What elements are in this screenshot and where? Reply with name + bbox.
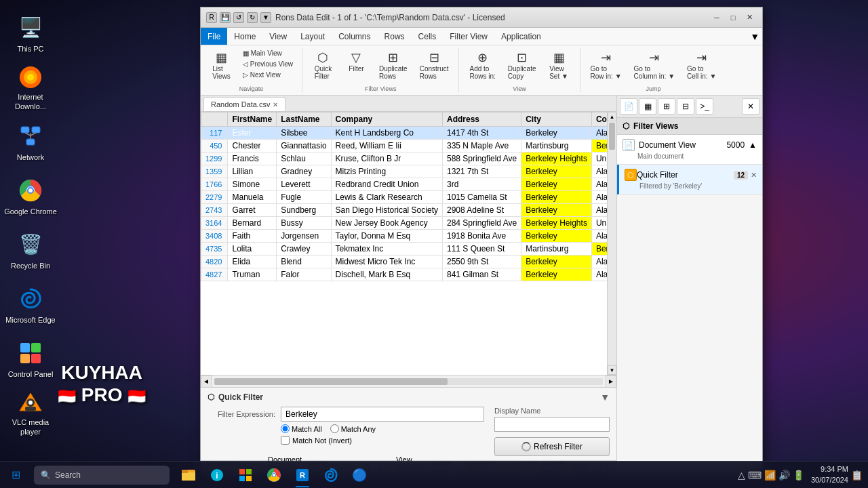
- table-row[interactable]: 1359 Lillian Gradney Mitzis Printing 132…: [201, 165, 608, 178]
- filter-expand-button[interactable]: ▼: [600, 392, 610, 403]
- maximize-button[interactable]: □: [726, 12, 741, 24]
- display-name-input[interactable]: [494, 417, 610, 432]
- table-row[interactable]: 2279 Manuela Fugle Lewis & Clark Researc…: [201, 191, 608, 204]
- network-tray-icon[interactable]: 📶: [764, 470, 776, 481]
- sound-icon[interactable]: 🔊: [778, 470, 790, 481]
- desktop-icon-chrome[interactable]: Google Chrome: [0, 169, 61, 224]
- hscroll-thumb[interactable]: [214, 378, 448, 385]
- scroll-left-arrow[interactable]: ◄: [201, 375, 212, 388]
- taskbar-search[interactable]: 🔍 Search: [34, 466, 170, 485]
- desktop-icon-recycle-bin[interactable]: 🗑️ Recycle Bin: [0, 224, 61, 278]
- goto-row-button[interactable]: ⇥ Go toRow in: ▼: [586, 48, 627, 83]
- duplicate-rows-button[interactable]: ⊞ DuplicateRows: [374, 48, 412, 83]
- match-all-radio[interactable]: Match All: [281, 424, 322, 433]
- filter-button[interactable]: ▽ Filter: [341, 48, 372, 76]
- desktop-icon-edge[interactable]: Microsoft Edge: [0, 278, 61, 332]
- minimize-button[interactable]: ─: [709, 12, 724, 24]
- fv-document-view-item[interactable]: 📄 Document View 5000 ▲ Main document: [617, 135, 762, 165]
- tab-random-data[interactable]: Random Data.csv ✕: [203, 97, 285, 111]
- menu-cells[interactable]: Cells: [412, 28, 443, 45]
- menu-filter-view[interactable]: Filter View: [443, 28, 494, 45]
- fv-tool-table[interactable]: ⊞: [658, 98, 675, 115]
- add-to-rows-button[interactable]: ⊕ Add toRows in:: [465, 48, 500, 83]
- table-row[interactable]: 450 Chester Giannattasio Reed, William E…: [201, 140, 608, 152]
- taskbar-app2[interactable]: i: [203, 462, 231, 489]
- fv-tool-doc[interactable]: 📄: [620, 98, 637, 115]
- scroll-thumb[interactable]: [609, 123, 615, 150]
- tab-close-button[interactable]: ✕: [273, 101, 278, 108]
- start-button[interactable]: ⊞: [0, 462, 31, 489]
- desktop-icon-network[interactable]: Network: [0, 115, 61, 169]
- quick-filter-button[interactable]: ⬡ QuickFilter: [308, 48, 338, 83]
- col-header-company[interactable]: Company: [331, 113, 442, 127]
- horizontal-scrollbar[interactable]: ◄ ►: [201, 375, 616, 387]
- keyboard-icon[interactable]: ⌨: [748, 470, 762, 481]
- menu-application[interactable]: Application: [494, 28, 548, 45]
- match-not-checkbox[interactable]: [281, 436, 290, 445]
- taskbar-settings[interactable]: 🔵: [346, 462, 373, 489]
- save-icon[interactable]: 💾: [220, 12, 231, 23]
- previous-view-button[interactable]: ◁ Previous View: [239, 59, 296, 69]
- table-row[interactable]: 1299 Francis Schlau Kruse, Clifton B Jr …: [201, 152, 608, 165]
- fv-quick-filter-item[interactable]: ⬡ Quick Filter 12 ✕ Filtered by 'Berkele…: [617, 165, 762, 195]
- taskbar-chrome[interactable]: [260, 462, 288, 489]
- table-row[interactable]: 1766 Simone Leverett Redbrand Credit Uni…: [201, 178, 608, 191]
- col-header-lastname[interactable]: LastName: [277, 113, 331, 127]
- next-view-button[interactable]: ▷ Next View: [239, 70, 296, 80]
- filter-expression-input[interactable]: [281, 407, 484, 422]
- fv-tool-split[interactable]: ⊟: [677, 98, 694, 115]
- refresh-filter-button[interactable]: Refresh Filter: [494, 437, 610, 456]
- table-row[interactable]: 117 Ester Silsbee Kent H Landsberg Co 14…: [201, 127, 608, 140]
- undo-icon[interactable]: ↺: [233, 12, 244, 23]
- col-header-city[interactable]: City: [521, 113, 592, 127]
- fv-tool-terminal[interactable]: >_: [696, 98, 713, 115]
- col-header-address[interactable]: Address: [442, 113, 521, 127]
- taskbar-explorer[interactable]: [175, 462, 202, 489]
- menu-icon[interactable]: ▼: [260, 12, 271, 23]
- taskbar-ronsdata[interactable]: R: [289, 462, 316, 489]
- system-tray-icon1[interactable]: △: [738, 470, 745, 481]
- col-header-firstname[interactable]: FirstName: [228, 113, 277, 127]
- menu-layout[interactable]: Layout: [294, 28, 332, 45]
- menu-columns[interactable]: Columns: [332, 28, 377, 45]
- notification-icon[interactable]: 📋: [851, 470, 863, 481]
- fv-close-button[interactable]: ✕: [742, 98, 760, 115]
- scroll-down-arrow[interactable]: ▼: [608, 365, 616, 375]
- fv-tool-grid[interactable]: ▦: [639, 98, 656, 115]
- col-header-county[interactable]: County: [591, 113, 607, 127]
- battery-icon[interactable]: 🔋: [793, 470, 804, 481]
- desktop-icon-internet[interactable]: InternetDownlo...: [0, 61, 61, 115]
- table-row[interactable]: 4735 Lolita Crawley Tekmatex Inc 111 S Q…: [201, 243, 608, 256]
- goto-column-button[interactable]: ⇥ Go toColumn in: ▼: [629, 48, 679, 83]
- table-row[interactable]: 3164 Bernard Bussy New Jersey Book Agenc…: [201, 217, 608, 230]
- goto-cell-button[interactable]: ⇥ Go toCell in: ▼: [682, 48, 721, 83]
- table-row[interactable]: 3408 Faith Jorgensen Taylor, Donna M Esq…: [201, 230, 608, 243]
- main-view-button[interactable]: ▦ Main View: [239, 48, 296, 58]
- desktop-icon-control-panel[interactable]: Control Panel: [0, 332, 61, 386]
- table-row[interactable]: 4827 Truman Falor Dischell, Mark B Esq 8…: [201, 268, 608, 281]
- desktop-icon-vlc[interactable]: VLC media player: [0, 386, 61, 441]
- table-row[interactable]: 4820 Elida Blend Midwest Micro Tek Inc 2…: [201, 256, 608, 268]
- data-grid[interactable]: FirstName LastName Company Address City …: [201, 112, 607, 375]
- menu-rows[interactable]: Rows: [378, 28, 412, 45]
- desktop-icon-this-pc[interactable]: 🖥️ This PC: [0, 7, 61, 61]
- redo-icon[interactable]: ↻: [247, 12, 258, 23]
- taskbar-clock[interactable]: 9:34 PM 30/07/2024: [811, 464, 848, 485]
- menu-view[interactable]: View: [262, 28, 294, 45]
- scroll-right-arrow[interactable]: ►: [606, 375, 616, 388]
- list-views-button[interactable]: ▦ ListViews: [206, 48, 237, 83]
- table-row[interactable]: 2743 Garret Sundberg San Diego Historica…: [201, 204, 608, 217]
- menu-file[interactable]: File: [201, 28, 227, 45]
- fv-qf-close[interactable]: ✕: [751, 171, 757, 180]
- ribbon-collapse[interactable]: ▼: [750, 31, 762, 42]
- vertical-scrollbar[interactable]: ▲ ▼: [607, 112, 616, 375]
- duplicate-copy-button[interactable]: ⊡ DuplicateCopy: [503, 48, 541, 83]
- taskbar-app3[interactable]: [232, 462, 259, 489]
- close-button[interactable]: ✕: [742, 12, 757, 24]
- scroll-up-arrow[interactable]: ▲: [608, 112, 616, 121]
- col-header-num[interactable]: [201, 113, 228, 127]
- construct-button[interactable]: ⊟ ConstructRows: [415, 48, 454, 83]
- view-set-button[interactable]: ▦ ViewSet ▼: [544, 48, 574, 83]
- menu-home[interactable]: Home: [227, 28, 262, 45]
- taskbar-edge[interactable]: [317, 462, 344, 489]
